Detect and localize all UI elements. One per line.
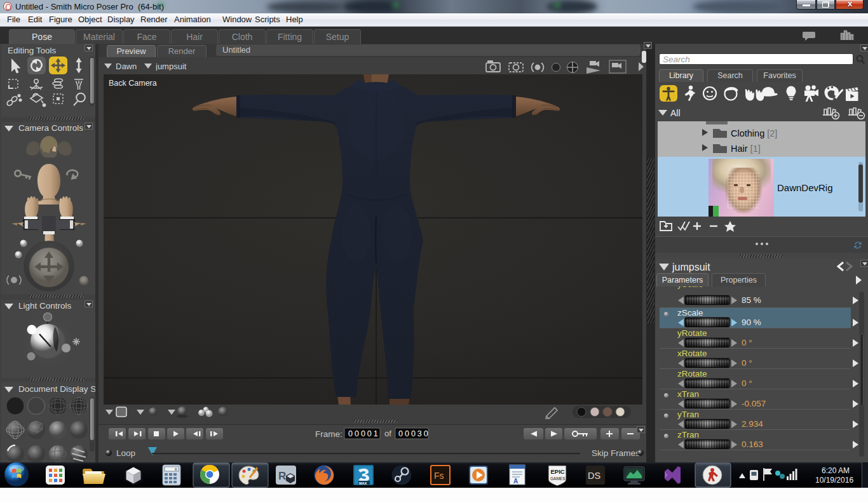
svg-text:Hair [1]: Hair [1] xyxy=(731,144,761,154)
svg-text:jumpsuit: jumpsuit xyxy=(155,62,187,70)
svg-text:00030: 00030 xyxy=(398,429,430,438)
svg-text:All: All xyxy=(670,108,681,118)
svg-text:jumpsuit: jumpsuit xyxy=(672,262,710,272)
svg-text:00001: 00001 xyxy=(348,429,380,438)
svg-text:Skip Frames: Skip Frames xyxy=(592,448,640,458)
svg-text:A: A xyxy=(513,478,518,485)
svg-text:Dawn: Dawn xyxy=(116,62,137,70)
svg-text:Frame:: Frame: xyxy=(315,429,342,439)
svg-text:of: of xyxy=(384,429,391,438)
svg-text:GAMES: GAMES xyxy=(550,476,566,481)
svg-text:Fs: Fs xyxy=(434,471,444,481)
svg-text:DS: DS xyxy=(588,471,600,481)
svg-text:Clothing [2]: Clothing [2] xyxy=(731,128,777,138)
svg-text:R: R xyxy=(278,470,286,482)
svg-text:10/19/2016: 10/19/2016 xyxy=(815,476,853,485)
svg-text:MAX: MAX xyxy=(359,481,367,485)
svg-text:EPIC: EPIC xyxy=(551,468,565,475)
svg-text:Loop: Loop xyxy=(116,448,135,458)
svg-text:6:20 AM: 6:20 AM xyxy=(822,466,850,475)
